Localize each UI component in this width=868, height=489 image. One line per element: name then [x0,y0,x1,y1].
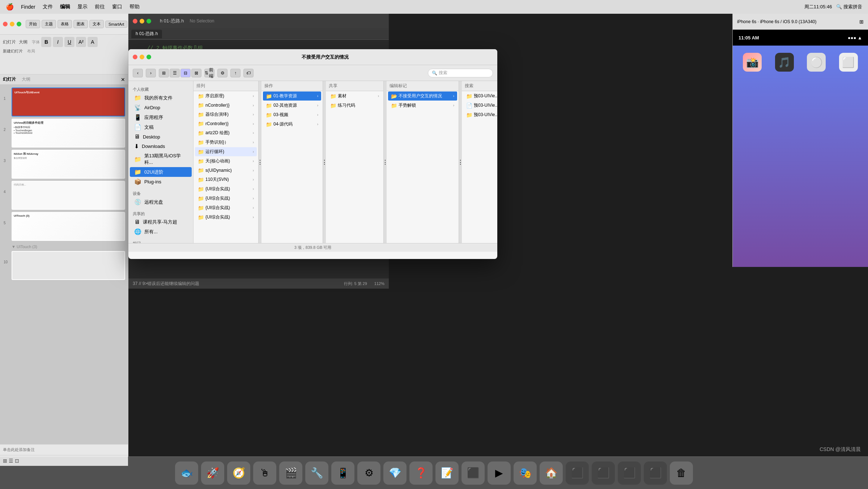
col-item-1-12[interactable]: 📁 {UI综合实战) › [195,194,257,203]
sim-app-4[interactable]: ⬜ [836,53,861,73]
dock-system-prefs[interactable]: ⚙ [357,462,380,485]
sidebar-item-desktop[interactable]: 🖥 Desktop [130,132,192,141]
finder-close-btn[interactable] [133,55,137,59]
col-item-1-4[interactable]: 📁 rController)} › [195,119,257,128]
sidebar-item-02ui[interactable]: 📁 02UI进阶 [130,167,192,177]
close-button[interactable] [3,22,8,26]
slide-thumb-2[interactable]: UIView的功能多件处理 • 触摸事件响应• TouchesBegan• To… [12,119,125,148]
outline-tab[interactable]: 大纲 [22,76,30,82]
apple-menu[interactable]: 🍎 [6,3,14,11]
zoom-button[interactable] [17,22,21,26]
col-item-5-2[interactable]: 📄 预03-UIVie...xcodeproj [463,101,497,110]
table-btn[interactable]: 表格 [58,20,72,28]
text-btn[interactable]: 文本 [89,20,104,28]
col-resizer-3[interactable]: ⋮ [384,81,387,243]
col-item-1-2[interactable]: 📁 nController)} › [195,101,257,110]
go-menu[interactable]: 前往 [95,4,105,10]
col-item-2-1[interactable]: 📁 01-教学资源 › [263,92,321,101]
col-resizer-2[interactable]: ⋮ [323,81,326,243]
add-note-hint[interactable]: 单击此处添加备注 [3,447,35,452]
view-menu[interactable]: 显示 [77,4,88,10]
sort-btn[interactable]: ⇅ 前端 [204,69,214,77]
sidebar-item-heima[interactable]: 📁 第13期黑马iOS学科... [130,151,192,167]
sidebar-item-all-files[interactable]: 📁 我的所有文件 [130,93,192,103]
sidebar-item-plugins[interactable]: 📦 Plug-ins [130,177,192,187]
sidebar-item-course-share[interactable]: 🖥 课程共享-马方超 [130,217,192,227]
col-item-4-1[interactable]: 📂 不接受用户交互的情况 › [388,92,457,101]
slide-thumb-1[interactable]: UITouch与UIEvent [12,88,125,116]
col-item-2-3[interactable]: 📁 03-视频 › [263,110,321,119]
dock-photo-booth[interactable]: 🎬 [279,462,302,485]
close-panel-btn[interactable]: ✕ [121,77,125,82]
col-item-1-9[interactable]: 📁 s(UIDynamic) › [195,166,257,175]
dock-app1[interactable]: ⬛ [566,462,589,485]
dock-pockity[interactable]: ❓ [409,462,433,485]
sidebar-item-apps[interactable]: 📱 应用程序 [130,112,192,122]
dock-mouse[interactable]: 🖱 [253,462,276,485]
font-color-icon[interactable]: A [88,37,98,47]
col-item-1-14[interactable]: 📁 {UI综合实战) › [195,213,257,222]
share-btn[interactable]: ↑ [230,69,241,77]
col-item-1-6[interactable]: 📁 手势识别}） › [195,138,257,147]
dock-app2[interactable]: ⬛ [592,462,615,485]
sidebar-item-downloads[interactable]: ⬇ Downloads [130,141,192,151]
dock-safari[interactable]: 🧭 [227,462,250,485]
col-item-1-1[interactable]: 📁 序启原理) › [195,92,257,101]
col-item-2-2[interactable]: 📁 02-其他资源 › [263,101,321,110]
slides-tab[interactable]: 幻灯片 [3,76,16,82]
chart-btn[interactable]: 图表 [73,20,88,28]
theme-btn[interactable]: 主题 [42,20,56,28]
underline-icon[interactable]: U [64,37,75,47]
column-view-btn[interactable]: ⊟ [180,69,191,77]
col-item-5-1[interactable]: 📁 预03-UIVie...户交互的情况 › [463,92,497,101]
finder-zoom-btn[interactable] [146,55,151,59]
dock-home[interactable]: 🏠 [540,462,563,485]
dock-iphone-config[interactable]: 📱 [331,462,354,485]
edit-tags-btn[interactable]: 🏷 [243,69,254,77]
search-menubar[interactable]: 🔍 搜索拼音 [836,4,862,10]
icon-view-btn[interactable]: ⊞ [159,69,169,77]
file-menu[interactable]: 文件 [43,4,53,10]
dock-sketch[interactable]: 💎 [383,462,407,485]
start-btn[interactable]: 开始 [26,20,40,28]
dock-launchpad[interactable]: 🚀 [201,462,224,485]
new-slide-btn[interactable]: 新建幻灯片 [3,48,23,54]
list-view-btn[interactable]: ☰ [170,69,180,77]
bold-icon[interactable]: B [41,37,51,47]
code-minimize-btn[interactable] [140,19,144,24]
dock-terminal[interactable]: ⬛ [461,462,485,485]
slide-thumb-10[interactable] [12,251,125,280]
col-item-1-11[interactable]: 📁 {UI综合实战) › [195,184,257,194]
col-item-3-1[interactable]: 📁 素材 › [327,92,382,101]
sidebar-item-remote-disc[interactable]: 💿 远程光盘 [130,197,192,207]
col-resizer-4[interactable]: ⋮ [459,81,462,243]
cover-view-btn[interactable]: ⊠ [191,69,201,77]
col-resizer-1[interactable]: ⋮ [259,81,261,243]
col-item-1-3[interactable]: 📁 器综合演绎) › [195,110,257,119]
sim-app-music[interactable]: 🎵 [772,53,797,73]
code-close-btn[interactable] [133,19,137,24]
font-size-icon[interactable]: A² [76,37,86,47]
col-item-1-10[interactable]: 📁 110天(SVN) › [195,175,257,184]
italic-icon[interactable]: I [53,37,63,47]
col-item-1-7[interactable]: 📁 运行循环) › [195,147,257,156]
sim-app-photos[interactable]: 📸 [740,53,765,73]
dock-trash[interactable]: 🗑 [670,462,693,485]
sidebar-item-airdrop[interactable]: 📡 AirDrop [130,103,192,112]
dock-app4[interactable]: ⬛ [644,462,667,485]
edit-menu[interactable]: 编辑 [60,4,70,10]
help-menu[interactable]: 帮助 [129,4,140,10]
col-item-1-13[interactable]: 📁 {UI综合实战) › [195,203,257,212]
sim-zoom-btn[interactable]: ⊞ [859,19,864,25]
col-item-5-3[interactable]: 📁 预03-UIVie...的情况Tests › [463,110,497,119]
slide-thumb-5[interactable]: UITouch (3) [12,212,125,241]
slide-thumb-3[interactable]: NSSet 和 NSArray 集合类型说明 [12,150,125,179]
code-tab-main[interactable]: h 01-恐路.h [131,30,162,38]
finder-menu[interactable]: Finder [21,4,35,10]
col-item-3-2[interactable]: 📁 练习代码 [327,101,382,110]
dock-reveal[interactable]: 🎭 [514,462,537,485]
col-item-1-8[interactable]: 📁 天(核心动画) › [195,157,257,166]
dock-finder[interactable]: 🐟 [175,462,198,485]
col-item-2-4[interactable]: 📁 04-源代码 › [263,120,321,129]
slide-thumb-4[interactable]: 代码示例... [12,181,125,210]
